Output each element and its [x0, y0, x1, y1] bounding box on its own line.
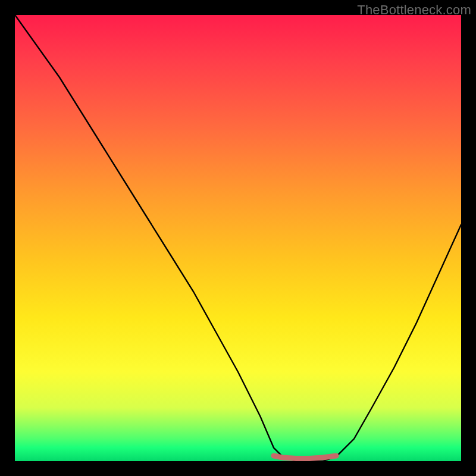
bottleneck-curve — [15, 15, 461, 461]
curve-layer — [15, 15, 461, 461]
watermark-text: TheBottleneck.com — [357, 2, 471, 18]
chart-frame: TheBottleneck.com — [0, 0, 476, 476]
plot-area — [15, 15, 461, 461]
optimal-band-marker — [274, 456, 336, 459]
